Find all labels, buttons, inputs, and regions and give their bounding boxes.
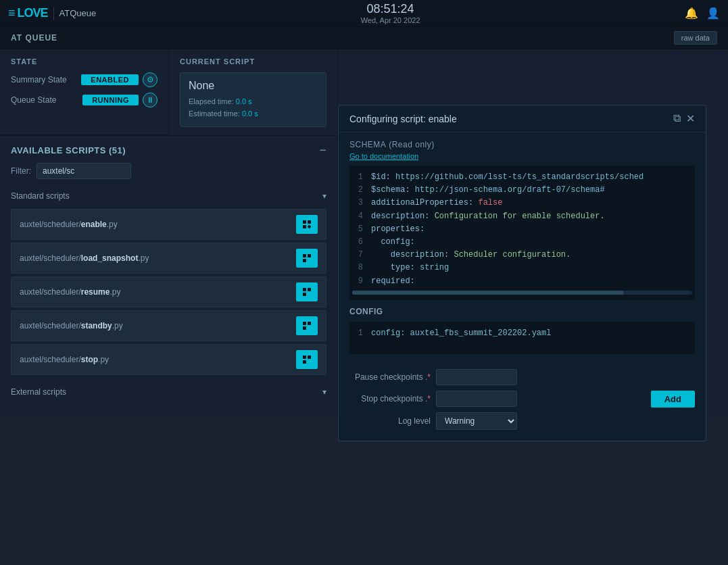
stop-checkpoints-label: Stop checkpoints .* [349, 394, 431, 403]
add-button[interactable]: Add [651, 391, 695, 408]
standard-group-title: Standard scripts [11, 191, 70, 201]
elapsed-time: Elapsed time: 0.0 s [189, 96, 318, 108]
minimize-icon[interactable]: − [319, 144, 326, 156]
user-icon[interactable]: 👤 [706, 7, 720, 20]
queue-state-label: Queue State [11, 95, 56, 105]
svg-rect-10 [308, 322, 311, 325]
svg-rect-6 [303, 288, 306, 291]
elapsed-label: Elapsed time: [189, 97, 234, 105]
close-icon[interactable]: ✕ [686, 112, 695, 125]
svg-rect-11 [303, 326, 306, 330]
config-modal: Configuring script: enable ⧉ ✕ SCHEMA (R… [338, 105, 706, 417]
current-script-name: None [189, 80, 318, 92]
script-item[interactable]: auxtel/scheduler/load_snapshot.py [11, 243, 326, 274]
footer-fields: Stop checkpoints .* Log level Debug Info… [349, 391, 517, 418]
script-item[interactable]: auxtel/scheduler/stop.py [11, 344, 326, 375]
content-row: STATE Summary State ENABLED ⚙ Queue Stat… [0, 49, 728, 417]
state-title: STATE [11, 57, 157, 66]
code-line-8: 8 type: string [352, 262, 692, 274]
expand-icon[interactable]: ⧉ [673, 112, 681, 125]
queue-state-row: Queue State RUNNING ⏸ [11, 93, 157, 107]
filter-input[interactable] [37, 163, 131, 179]
code-line-6: 6 config: [352, 236, 692, 249]
svg-rect-9 [303, 322, 306, 325]
schema-readonly: (Read only) [389, 140, 435, 149]
svg-rect-0 [303, 220, 306, 224]
log-level-row: Log level Debug Info Warning Error Criti… [349, 412, 517, 418]
script-action-btn-3[interactable] [296, 282, 318, 301]
state-section: STATE Summary State ENABLED ⚙ Queue Stat… [0, 49, 169, 135]
settings-icon[interactable]: ⚙ [143, 72, 157, 87]
stop-checkpoints-input[interactable] [436, 391, 517, 407]
config-line-1: 1 config: auxtel_fbs_summit_202202.yaml [352, 327, 692, 340]
queue-state-badge: RUNNING ⏸ [82, 93, 157, 107]
estimated-label: Estimated time: [189, 109, 240, 118]
top-bar: ≡ LOVE ATQueue 08:51:24 Wed, Apr 20 2022… [0, 0, 728, 27]
script-item[interactable]: auxtel/scheduler/enable.py [11, 209, 326, 240]
schema-section: SCHEMA (Read only) Go to documentation [339, 132, 706, 166]
panel-title: AT QUEUE [11, 33, 57, 43]
script-action-btn-4[interactable] [296, 316, 318, 335]
code-line-2: 2 $schema: http://json-schema.org/draft-… [352, 184, 692, 197]
script-item[interactable]: auxtel/scheduler/resume.py [11, 276, 326, 308]
standard-scripts-group: Standard scripts ▾ auxtel/scheduler/enab… [11, 187, 326, 375]
script-name-3: auxtel/scheduler/resume.py [20, 287, 120, 297]
script-item[interactable]: auxtel/scheduler/standby.py [11, 310, 326, 341]
available-header: AVAILABLE SCRIPTS (51) − [11, 144, 326, 156]
log-level-label: Log level [349, 416, 431, 418]
standard-group-header[interactable]: Standard scripts ▾ [11, 187, 326, 205]
top-sections: STATE Summary State ENABLED ⚙ Queue Stat… [0, 49, 337, 136]
script-action-btn-1[interactable] [296, 215, 318, 234]
script-name-2: auxtel/scheduler/load_snapshot.py [20, 253, 149, 263]
script-action-btn-5[interactable] [296, 350, 318, 369]
raw-data-button[interactable]: raw data [674, 31, 717, 45]
svg-rect-8 [303, 293, 306, 296]
log-level-select[interactable]: Debug Info Warning Error Critical [436, 412, 517, 418]
config-section: CONFIG 1 config: auxtel_fbs_summit_20220… [339, 300, 706, 360]
script-name-4: auxtel/scheduler/standby.py [20, 321, 123, 330]
summary-state-label: Summary State [11, 75, 67, 84]
code-line-1: 1 $id: https://github.com/lsst-ts/ts_sta… [352, 171, 692, 184]
code-line-3: 3 additionalProperties: false [352, 197, 692, 210]
estimated-value: 0.0 s [242, 109, 258, 118]
summary-state-badge: ENABLED ⚙ [81, 72, 157, 87]
queue-state-value: RUNNING [82, 95, 139, 105]
external-scripts-group: External scripts ▾ [11, 383, 326, 401]
pause-checkpoints-row: Pause checkpoints .* [349, 369, 695, 385]
pause-icon[interactable]: ⏸ [143, 93, 157, 107]
external-group-header[interactable]: External scripts ▾ [11, 383, 326, 401]
top-bar-right: 🔔 👤 [685, 7, 720, 20]
modal-title: Configuring script: enable [349, 114, 457, 124]
chevron-down-icon: ▾ [322, 191, 326, 201]
pause-required: .* [425, 372, 431, 382]
divider [53, 7, 54, 20]
estimated-time: Estimated time: 0.0 s [189, 108, 318, 120]
svg-rect-5 [303, 259, 306, 262]
date: Wed, Apr 20 2022 [361, 16, 420, 24]
external-group-title: External scripts [11, 387, 66, 397]
clock-section: 08:51:24 Wed, Apr 20 2022 [361, 2, 420, 24]
schema-code-block: 1 $id: https://github.com/lsst-ts/ts_sta… [349, 166, 695, 300]
code-line-4: 4 description: Configuration for enable … [352, 210, 692, 223]
elapsed-value: 0.0 s [236, 97, 252, 105]
pause-checkpoints-input[interactable] [436, 369, 517, 385]
code-line-7: 7 description: Scheduler configuration. [352, 249, 692, 262]
stop-required: .* [425, 394, 431, 403]
docs-link[interactable]: Go to documentation [349, 152, 695, 160]
svg-rect-1 [308, 220, 311, 224]
config-title: CONFIG [349, 307, 695, 316]
script-action-btn-2[interactable] [296, 249, 318, 268]
modal-footer: Pause checkpoints .* Stop checkpoints .* [339, 360, 706, 418]
clock: 08:51:24 [361, 2, 420, 16]
bell-icon[interactable]: 🔔 [685, 7, 698, 20]
modal-header: Configuring script: enable ⧉ ✕ [339, 105, 706, 132]
current-script-section: CURRENT SCRIPT None Elapsed time: 0.0 s … [169, 49, 337, 135]
svg-rect-2 [303, 225, 306, 228]
pause-checkpoints-label: Pause checkpoints .* [349, 372, 431, 382]
current-script-title: CURRENT SCRIPT [180, 57, 326, 66]
script-name-5: auxtel/scheduler/stop.py [20, 355, 109, 364]
script-name-1: auxtel/scheduler/enable.py [20, 220, 118, 229]
filter-row: Filter: [11, 163, 326, 179]
svg-rect-7 [308, 288, 311, 291]
app-title: ATQueue [59, 8, 97, 18]
